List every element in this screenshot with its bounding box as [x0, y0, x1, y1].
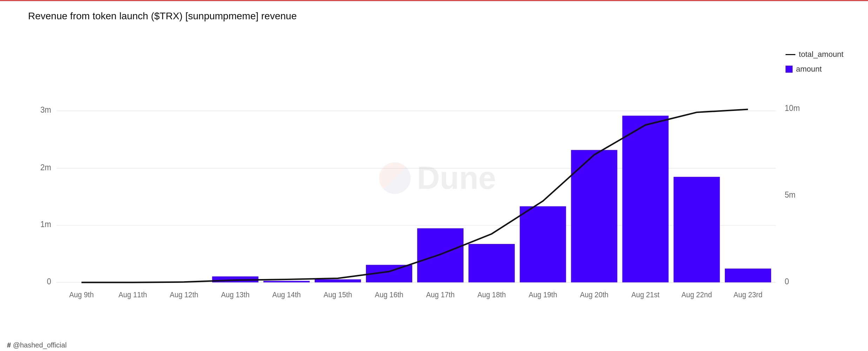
svg-text:Aug 14th: Aug 14th: [272, 291, 301, 299]
bar-aug15: [315, 279, 361, 283]
legend-bar-color: [786, 66, 793, 73]
svg-text:2m: 2m: [40, 163, 51, 172]
svg-text:Aug 13th: Aug 13th: [221, 291, 249, 299]
bar-aug21: [622, 116, 669, 283]
bar-aug19: [520, 206, 566, 283]
svg-text:Aug 21st: Aug 21st: [632, 291, 660, 299]
bar-aug14: [263, 281, 310, 282]
bar-aug22: [674, 177, 720, 283]
legend-total-amount: total_amount: [786, 50, 843, 59]
svg-text:Aug 22nd: Aug 22nd: [681, 291, 712, 299]
svg-text:0: 0: [47, 277, 51, 286]
chart-svg: 0 1m 2m 3m 0 5m 10m: [28, 29, 847, 327]
svg-text:Aug 15th: Aug 15th: [323, 291, 352, 299]
svg-text:1m: 1m: [40, 220, 51, 229]
svg-text:Aug 17th: Aug 17th: [426, 291, 455, 299]
svg-text:5m: 5m: [784, 190, 795, 200]
hashtag-icon: #: [7, 341, 11, 349]
svg-text:Aug 12th: Aug 12th: [170, 291, 198, 299]
legend-total-amount-label: total_amount: [799, 50, 843, 59]
bar-aug23: [725, 269, 771, 282]
chart-title: Revenue from token launch ($TRX) [sunpum…: [28, 11, 847, 22]
bar-aug17: [417, 228, 463, 282]
legend-amount-label: amount: [796, 65, 822, 74]
chart-area: Dune 0 1m 2m 3m 0 5m 10m: [28, 29, 847, 327]
svg-text:10m: 10m: [784, 103, 800, 113]
chart-container: Revenue from token launch ($TRX) [sunpum…: [0, 0, 868, 351]
footer-label: # @hashed_official: [7, 341, 67, 349]
svg-text:Aug 11th: Aug 11th: [119, 291, 147, 299]
svg-text:Aug 19th: Aug 19th: [529, 291, 557, 299]
svg-text:Aug 23rd: Aug 23rd: [734, 291, 762, 299]
svg-text:Aug 9th: Aug 9th: [69, 291, 94, 299]
svg-text:Aug 16th: Aug 16th: [375, 291, 403, 299]
svg-text:3m: 3m: [40, 105, 51, 115]
footer-username: @hashed_official: [13, 341, 67, 349]
svg-text:Aug 20th: Aug 20th: [580, 291, 608, 299]
svg-text:Aug 18th: Aug 18th: [478, 291, 506, 299]
legend-line-color: [786, 54, 795, 55]
chart-legend: total_amount amount: [786, 50, 843, 74]
svg-text:0: 0: [784, 277, 789, 286]
bar-aug18: [468, 244, 515, 282]
legend-amount: amount: [786, 65, 843, 74]
